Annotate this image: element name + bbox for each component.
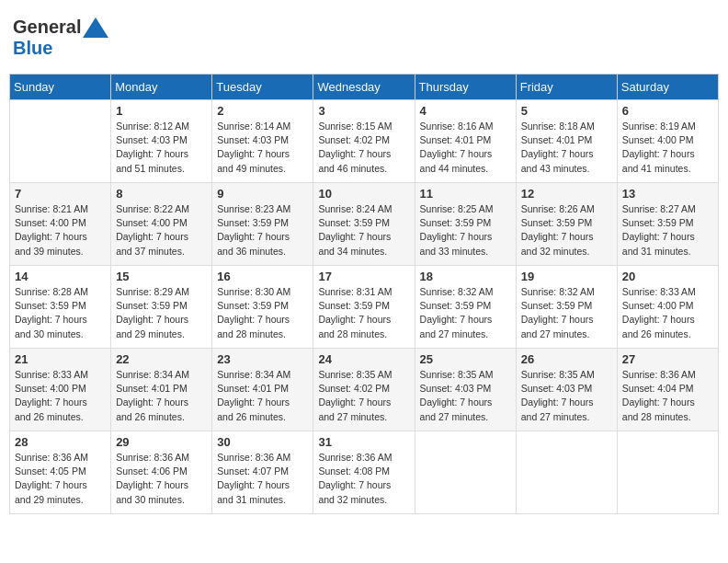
day-number: 20 [622,270,713,283]
calendar-cell: 4Sunrise: 8:16 AMSunset: 4:01 PMDaylight… [415,100,516,183]
calendar-cell: 20Sunrise: 8:33 AMSunset: 4:00 PMDayligh… [617,266,718,349]
day-number: 28 [15,435,106,449]
col-tuesday: Tuesday [212,75,313,100]
day-info: Sunrise: 8:33 AMSunset: 4:00 PMDaylight:… [15,368,106,424]
logo-general: General [13,17,81,38]
day-info: Sunrise: 8:33 AMSunset: 4:00 PMDaylight:… [622,285,713,341]
col-friday: Friday [516,75,617,100]
day-info: Sunrise: 8:36 AMSunset: 4:06 PMDaylight:… [116,451,207,507]
day-info: Sunrise: 8:30 AMSunset: 3:59 PMDaylight:… [217,285,308,341]
day-number: 16 [217,270,308,283]
day-info: Sunrise: 8:28 AMSunset: 3:59 PMDaylight:… [15,285,106,341]
day-number: 25 [420,352,511,366]
day-number: 1 [116,104,207,118]
calendar-body: 1Sunrise: 8:12 AMSunset: 4:03 PMDaylight… [10,100,719,514]
calendar-cell: 16Sunrise: 8:30 AMSunset: 3:59 PMDayligh… [212,266,313,349]
calendar-cell: 28Sunrise: 8:36 AMSunset: 4:05 PMDayligh… [10,431,111,514]
day-info: Sunrise: 8:36 AMSunset: 4:07 PMDaylight:… [217,451,308,507]
calendar-cell [617,431,718,514]
day-info: Sunrise: 8:19 AMSunset: 4:00 PMDaylight:… [622,120,713,176]
day-info: Sunrise: 8:18 AMSunset: 4:01 PMDaylight:… [521,120,612,176]
calendar-cell: 26Sunrise: 8:35 AMSunset: 4:03 PMDayligh… [516,349,617,431]
day-number: 13 [622,187,713,201]
calendar-cell: 27Sunrise: 8:36 AMSunset: 4:04 PMDayligh… [617,349,718,431]
calendar-cell: 29Sunrise: 8:36 AMSunset: 4:06 PMDayligh… [111,431,212,514]
page-header: General Blue [9,9,719,66]
day-info: Sunrise: 8:35 AMSunset: 4:02 PMDaylight:… [318,368,409,424]
week-row: 14Sunrise: 8:28 AMSunset: 3:59 PMDayligh… [10,266,719,349]
calendar-cell: 18Sunrise: 8:32 AMSunset: 3:59 PMDayligh… [415,266,516,349]
col-sunday: Sunday [10,75,111,100]
day-info: Sunrise: 8:21 AMSunset: 4:00 PMDaylight:… [15,202,106,259]
day-number: 14 [15,270,106,283]
calendar-cell: 23Sunrise: 8:34 AMSunset: 4:01 PMDayligh… [212,349,313,431]
day-number: 9 [217,187,308,201]
day-number: 30 [217,435,308,449]
calendar-cell: 7Sunrise: 8:21 AMSunset: 4:00 PMDaylight… [10,183,111,266]
col-thursday: Thursday [415,75,516,100]
calendar-cell: 2Sunrise: 8:14 AMSunset: 4:03 PMDaylight… [212,100,313,183]
week-row: 7Sunrise: 8:21 AMSunset: 4:00 PMDaylight… [10,183,719,266]
day-info: Sunrise: 8:22 AMSunset: 4:00 PMDaylight:… [116,202,207,259]
calendar-cell [10,100,111,183]
day-number: 31 [318,435,409,449]
day-info: Sunrise: 8:12 AMSunset: 4:03 PMDaylight:… [116,120,207,176]
day-info: Sunrise: 8:29 AMSunset: 3:59 PMDaylight:… [116,285,207,341]
day-info: Sunrise: 8:23 AMSunset: 3:59 PMDaylight:… [217,202,308,259]
week-row: 21Sunrise: 8:33 AMSunset: 4:00 PMDayligh… [10,349,719,431]
calendar-cell: 22Sunrise: 8:34 AMSunset: 4:01 PMDayligh… [111,349,212,431]
calendar-cell: 6Sunrise: 8:19 AMSunset: 4:00 PMDaylight… [617,100,718,183]
day-number: 22 [116,352,207,366]
day-info: Sunrise: 8:35 AMSunset: 4:03 PMDaylight:… [420,368,511,424]
day-info: Sunrise: 8:24 AMSunset: 3:59 PMDaylight:… [318,202,409,259]
calendar-cell: 1Sunrise: 8:12 AMSunset: 4:03 PMDaylight… [111,100,212,183]
day-number: 29 [116,435,207,449]
calendar-cell: 5Sunrise: 8:18 AMSunset: 4:01 PMDaylight… [516,100,617,183]
calendar-cell: 14Sunrise: 8:28 AMSunset: 3:59 PMDayligh… [10,266,111,349]
calendar-cell [516,431,617,514]
calendar-cell: 15Sunrise: 8:29 AMSunset: 3:59 PMDayligh… [111,266,212,349]
day-number: 5 [521,104,612,118]
day-info: Sunrise: 8:25 AMSunset: 3:59 PMDaylight:… [420,202,511,259]
day-number: 10 [318,187,409,201]
day-number: 23 [217,352,308,366]
day-number: 18 [420,270,511,283]
calendar-cell: 9Sunrise: 8:23 AMSunset: 3:59 PMDaylight… [212,183,313,266]
logo-icon [83,17,108,38]
day-number: 24 [318,352,409,366]
day-number: 12 [521,187,612,201]
day-number: 2 [217,104,308,118]
day-info: Sunrise: 8:36 AMSunset: 4:08 PMDaylight:… [318,451,409,507]
day-info: Sunrise: 8:32 AMSunset: 3:59 PMDaylight:… [420,285,511,341]
day-number: 7 [15,187,106,201]
col-monday: Monday [111,75,212,100]
calendar-cell: 8Sunrise: 8:22 AMSunset: 4:00 PMDaylight… [111,183,212,266]
day-number: 15 [116,270,207,283]
calendar-cell: 30Sunrise: 8:36 AMSunset: 4:07 PMDayligh… [212,431,313,514]
day-number: 17 [318,270,409,283]
col-wednesday: Wednesday [313,75,415,100]
day-number: 27 [622,352,713,366]
day-info: Sunrise: 8:26 AMSunset: 3:59 PMDaylight:… [521,202,612,259]
day-info: Sunrise: 8:36 AMSunset: 4:05 PMDaylight:… [15,451,106,507]
day-number: 4 [420,104,511,118]
day-info: Sunrise: 8:15 AMSunset: 4:02 PMDaylight:… [318,120,409,176]
day-info: Sunrise: 8:14 AMSunset: 4:03 PMDaylight:… [217,120,308,176]
day-number: 8 [116,187,207,201]
calendar-cell: 31Sunrise: 8:36 AMSunset: 4:08 PMDayligh… [313,431,415,514]
day-info: Sunrise: 8:27 AMSunset: 3:59 PMDaylight:… [622,202,713,259]
day-number: 3 [318,104,409,118]
calendar-cell: 10Sunrise: 8:24 AMSunset: 3:59 PMDayligh… [313,183,415,266]
svg-marker-0 [83,17,108,38]
week-row: 28Sunrise: 8:36 AMSunset: 4:05 PMDayligh… [10,431,719,514]
day-number: 19 [521,270,612,283]
calendar-cell: 17Sunrise: 8:31 AMSunset: 3:59 PMDayligh… [313,266,415,349]
calendar-cell: 19Sunrise: 8:32 AMSunset: 3:59 PMDayligh… [516,266,617,349]
calendar-cell: 25Sunrise: 8:35 AMSunset: 4:03 PMDayligh… [415,349,516,431]
week-row: 1Sunrise: 8:12 AMSunset: 4:03 PMDaylight… [10,100,719,183]
day-info: Sunrise: 8:16 AMSunset: 4:01 PMDaylight:… [420,120,511,176]
header-row: Sunday Monday Tuesday Wednesday Thursday… [10,75,719,100]
calendar-cell [415,431,516,514]
calendar-cell: 21Sunrise: 8:33 AMSunset: 4:00 PMDayligh… [10,349,111,431]
day-info: Sunrise: 8:34 AMSunset: 4:01 PMDaylight:… [217,368,308,424]
